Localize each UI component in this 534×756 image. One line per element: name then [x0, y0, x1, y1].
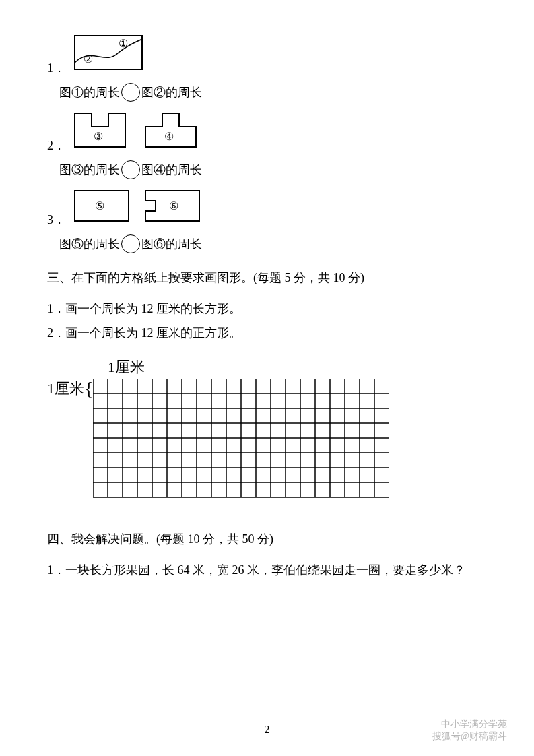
watermark: 中小学满分学苑 搜狐号@财稿霸斗: [432, 718, 507, 743]
shape-rect-wavy: ① ②: [71, 32, 145, 73]
q1-number: 1．: [47, 60, 66, 76]
q1-compare: 图①的周长 图②的周长: [59, 83, 487, 102]
section-4-title: 四、我会解决问题。(每题 10 分，共 50 分): [47, 527, 487, 551]
question-1-row: 1． ① ②: [47, 32, 487, 76]
q3-shapes: ⑤ ⑥: [71, 187, 206, 228]
section-3-p2: 2．画一个周长为 12 厘米的正方形。: [47, 321, 487, 345]
answer-circle-3[interactable]: [121, 234, 140, 253]
label-circle-3: ③: [94, 131, 103, 142]
label-circle-2: ②: [84, 53, 93, 65]
label-circle-1: ①: [119, 38, 128, 49]
q1-text-b: 图②的周长: [141, 84, 202, 100]
answer-circle-2[interactable]: [121, 160, 140, 179]
question-3-row: 3． ⑤ ⑥: [47, 187, 487, 228]
q2-compare: 图③的周长 图④的周长: [59, 160, 487, 179]
q2-text-b: 图④的周长: [141, 162, 202, 178]
q3-number: 3．: [47, 212, 66, 228]
q1-text-a: 图①的周长: [59, 84, 120, 100]
watermark-line1: 中小学满分学苑: [432, 718, 507, 730]
q3-text-a: 图⑤的周长: [59, 236, 120, 252]
grid-label-top: 1厘米: [108, 357, 487, 377]
label-circle-4: ④: [164, 131, 174, 142]
grid-paper[interactable]: [93, 379, 389, 500]
section-3-title: 三、在下面的方格纸上按要求画图形。(每题 5 分，共 10 分): [47, 265, 487, 290]
grid-paper-wrap: 1厘米 1厘米 {: [47, 357, 487, 500]
watermark-line2: 搜狐号@财稿霸斗: [432, 730, 507, 743]
grid-label-left: 1厘米 {: [47, 379, 93, 399]
q2-text-a: 图③的周长: [59, 162, 120, 178]
question-2-row: 2． ③ ④: [47, 110, 487, 154]
q1-shape: ① ②: [71, 32, 145, 76]
section-3-p1: 1．画一个周长为 12 厘米的长方形。: [47, 296, 487, 321]
section-4-p1: 1．一块长方形果园，长 64 米，宽 26 米，李伯伯绕果园走一圈，要走多少米？: [47, 558, 487, 582]
shape-rect-notch: ⑤ ⑥: [71, 187, 206, 224]
answer-circle-1[interactable]: [121, 83, 140, 102]
label-circle-5: ⑤: [95, 200, 104, 212]
q3-compare: 图⑤的周长 图⑥的周长: [59, 234, 487, 253]
q3-text-b: 图⑥的周长: [141, 236, 202, 252]
q2-shapes: ③ ④: [71, 110, 206, 154]
label-circle-6: ⑥: [169, 200, 178, 212]
shape-u-t: ③ ④: [71, 110, 206, 150]
q2-number: 2．: [47, 137, 66, 154]
brace-icon: {: [84, 382, 93, 396]
